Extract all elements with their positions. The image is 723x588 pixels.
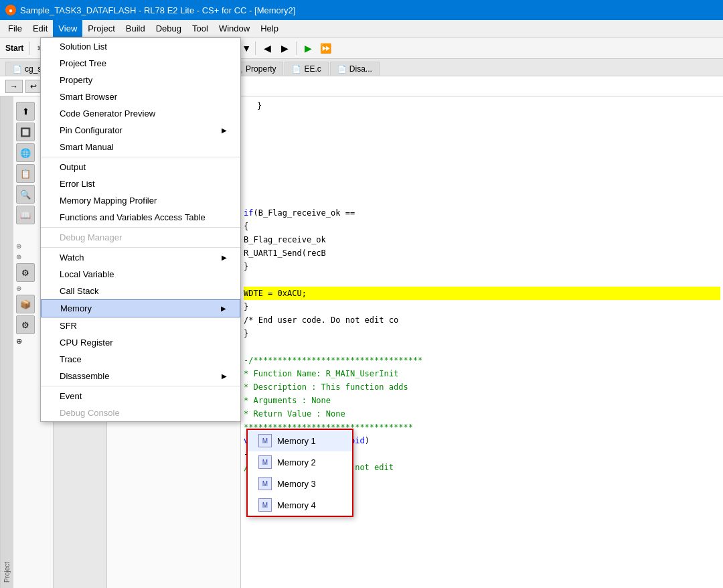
tree-expand-icon-3: ⊕ xyxy=(16,285,21,292)
tab-label-property: Property xyxy=(246,64,276,74)
tab-icon-disasm: 📄 xyxy=(337,65,347,74)
toolbar-config-dropdown[interactable]: ▼ xyxy=(241,40,252,56)
dd-memory[interactable]: Memory ▶ xyxy=(41,299,240,317)
toolbar-sep-5 xyxy=(255,42,256,55)
menu-project[interactable]: Project xyxy=(82,20,120,37)
code-line-args: * Arguments : None xyxy=(244,394,720,407)
tab-ee[interactable]: 📄 EE.c xyxy=(285,62,328,76)
sidebar-btn-2[interactable]: 🔲 xyxy=(16,123,35,141)
code-line-brace3: } xyxy=(244,300,720,313)
code-line-1: } xyxy=(244,99,720,113)
nav-undo-btn[interactable]: ↩ xyxy=(25,80,42,93)
sidebar-btn-6[interactable]: 📖 xyxy=(16,206,35,224)
tab-label-disasm: Disa... xyxy=(349,64,372,74)
disassemble-arrow: ▶ xyxy=(222,372,227,380)
watch-arrow: ▶ xyxy=(222,254,227,261)
memory-arrow: ▶ xyxy=(221,305,226,312)
dd-project-tree[interactable]: Project Tree xyxy=(41,55,240,72)
menu-bar: File Edit View Project Build Debug Tool … xyxy=(0,20,723,38)
dd-smart-browser[interactable]: Smart Browser xyxy=(41,88,240,105)
memory3-icon: M xyxy=(258,477,272,490)
dd-pin-configurator[interactable]: Pin Configurator ▶ xyxy=(41,122,240,139)
code-line-blank6 xyxy=(244,179,720,193)
memory-submenu-item-2[interactable]: M Memory 2 xyxy=(248,451,352,473)
nav-forward-btn[interactable]: → xyxy=(5,80,23,93)
memory1-label: Memory 1 xyxy=(277,436,316,446)
title-bar: ● Sample_TASK3_DATAFLASH - RL78 E2 Lite … xyxy=(0,0,723,20)
menu-tool[interactable]: Tool xyxy=(187,20,214,37)
dd-watch[interactable]: Watch ▶ xyxy=(41,249,240,266)
menu-window[interactable]: Window xyxy=(214,20,255,37)
dd-functions-vars[interactable]: Functions and Variables Access Table xyxy=(41,209,240,226)
code-line-blank1 xyxy=(244,113,720,126)
toolbar-step-into[interactable]: ⏩ xyxy=(317,40,333,56)
dd-local-var[interactable]: Local Variable xyxy=(41,266,240,283)
code-line-blank2 xyxy=(244,126,720,139)
code-line-flag: B_Flag_receive_ok xyxy=(244,233,720,246)
toolbar-back[interactable]: ◀ xyxy=(259,40,275,56)
tree-expand-icon-2: ⊕ xyxy=(16,253,21,261)
code-line-blank4 xyxy=(244,153,720,166)
dd-sep-2 xyxy=(41,227,240,228)
memory-submenu-item-1[interactable]: M Memory 1 xyxy=(248,430,352,451)
sidebar-btn-4[interactable]: 📋 xyxy=(16,164,35,183)
menu-view[interactable]: View xyxy=(53,20,82,37)
menu-edit[interactable]: Edit xyxy=(27,20,53,37)
project-panel: Project xyxy=(0,96,13,588)
dd-output[interactable]: Output xyxy=(41,159,240,175)
memory-submenu-item-4[interactable]: M Memory 4 xyxy=(248,494,352,516)
tab-disasm[interactable]: 📄 Disa... xyxy=(330,62,380,76)
dd-sep-3 xyxy=(41,247,240,248)
code-line-brace4: } xyxy=(244,327,720,340)
dd-event[interactable]: Event xyxy=(41,388,240,405)
dd-disassemble[interactable]: Disassemble ▶ xyxy=(41,368,240,384)
code-line-wdte: WDTE = 0xACU; xyxy=(244,287,720,300)
tree-expand-icon: ⊕ xyxy=(16,242,21,250)
toolbar-sep-1 xyxy=(29,42,30,55)
dd-call-stack[interactable]: Call Stack xyxy=(41,283,240,299)
code-line-uart: R_UART1_Send(recB xyxy=(244,246,720,260)
tree-expand-icon-4: ⊕ xyxy=(16,337,22,346)
code-line-brace: { xyxy=(244,220,720,233)
dd-sep-1 xyxy=(41,157,240,157)
dd-memory-mapping[interactable]: Memory Mapping Profiler xyxy=(41,192,240,209)
code-line-blank5 xyxy=(244,166,720,179)
dd-property[interactable]: Property xyxy=(41,72,240,88)
dd-error-list[interactable]: Error List xyxy=(41,175,240,192)
code-line-comment: /* End user code. Do not edit co xyxy=(244,313,720,327)
memory4-label: Memory 4 xyxy=(277,500,316,510)
menu-help[interactable]: Help xyxy=(255,20,284,37)
menu-file[interactable]: File xyxy=(3,20,27,37)
sidebar-btn-8[interactable]: 📦 xyxy=(16,295,35,313)
code-line-desc: * Description : This function adds xyxy=(244,380,720,394)
toolbar-step-over[interactable]: ▶ xyxy=(300,40,316,56)
toolbar-forward[interactable]: ▶ xyxy=(276,40,293,56)
sidebar-btn-9[interactable]: ⚙ xyxy=(16,315,35,334)
dd-sep-4 xyxy=(41,386,240,386)
app-icon: ● xyxy=(5,5,16,15)
sidebar-btn-3[interactable]: 🌐 xyxy=(16,143,35,162)
code-line-if: if(B_Flag_receive_ok == xyxy=(244,206,720,220)
code-line-separator: -/*********************************** xyxy=(244,354,720,367)
memory2-label: Memory 2 xyxy=(277,457,316,467)
memory4-icon: M xyxy=(258,498,272,512)
memory-submenu-item-3[interactable]: M Memory 3 xyxy=(248,473,352,494)
code-line-blank3 xyxy=(244,139,720,153)
menu-debug[interactable]: Debug xyxy=(151,20,187,37)
dd-sfr[interactable]: SFR xyxy=(41,317,240,334)
menu-build[interactable]: Build xyxy=(120,20,151,37)
memory1-icon: M xyxy=(258,434,272,447)
sidebar-btn-7[interactable]: ⚙ xyxy=(16,263,35,282)
start-label: Start xyxy=(3,44,26,53)
dd-solution-list[interactable]: Solution List xyxy=(41,38,240,55)
sidebar-btn-5[interactable]: 🔍 xyxy=(16,185,35,204)
tab-icon-cg-serial: 📄 xyxy=(13,65,22,74)
sidebar-btn-1[interactable]: ⬆ xyxy=(16,102,35,121)
memory3-label: Memory 3 xyxy=(277,479,316,489)
dd-trace[interactable]: Trace xyxy=(41,351,240,368)
dd-cpu-register[interactable]: CPU Register xyxy=(41,334,240,351)
dd-code-gen-preview[interactable]: Code Generator Preview xyxy=(41,105,240,122)
dd-smart-manual[interactable]: Smart Manual xyxy=(41,139,240,155)
toolbar-sep-6 xyxy=(296,42,297,55)
title-text: Sample_TASK3_DATAFLASH - RL78 E2 Lite - … xyxy=(20,5,295,15)
